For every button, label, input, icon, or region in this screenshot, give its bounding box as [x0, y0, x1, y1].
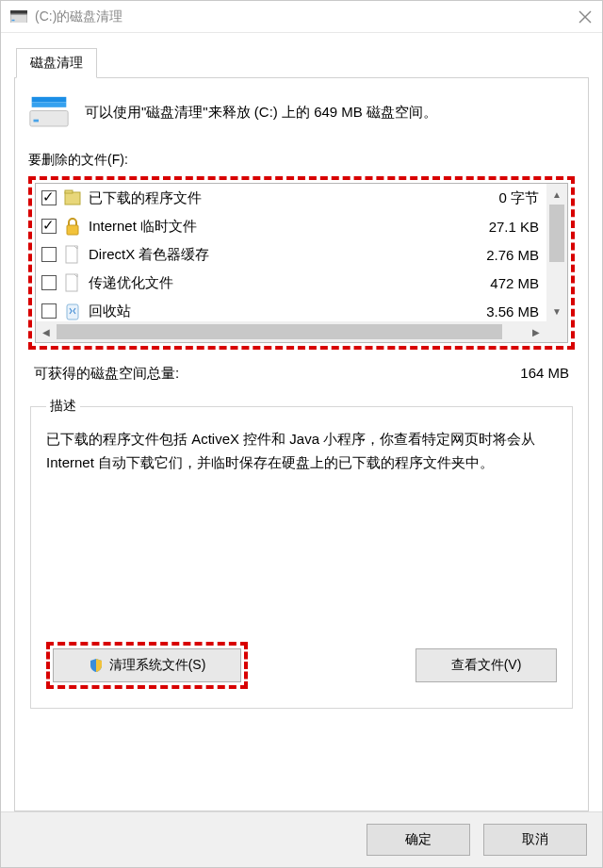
- svg-rect-6: [32, 103, 67, 107]
- titlebar: (C:)的磁盘清理: [1, 1, 602, 33]
- scroll-right-icon[interactable]: ▶: [526, 321, 546, 342]
- item-size: 472 MB: [490, 275, 539, 291]
- shield-icon: [89, 658, 104, 673]
- disk-cleanup-window: (C:)的磁盘清理 磁盘清理 可以使用"磁盘清理"来释放 (C:) 上的 6: [0, 0, 603, 868]
- file-icon: [64, 272, 81, 293]
- file-icon: [64, 244, 81, 265]
- intro-row: 可以使用"磁盘清理"来释放 (C:) 上的 649 MB 磁盘空间。: [28, 95, 575, 129]
- svg-rect-0: [10, 10, 27, 14]
- drive-small-icon: [10, 10, 27, 24]
- lock-icon: [64, 216, 81, 237]
- total-space-value: 164 MB: [520, 365, 569, 383]
- dialog-footer: 确定 取消: [1, 811, 602, 867]
- scroll-up-icon[interactable]: ▲: [546, 184, 567, 205]
- scroll-down-icon[interactable]: ▼: [546, 301, 567, 321]
- list-item[interactable]: 传递优化文件 472 MB: [36, 269, 546, 297]
- item-size: 2.76 MB: [486, 247, 539, 263]
- tab-strip: 磁盘清理: [14, 48, 589, 78]
- checkbox[interactable]: [41, 247, 57, 262]
- vertical-scrollbar[interactable]: ▲ ▼: [546, 184, 567, 321]
- scroll-corner: [546, 321, 567, 342]
- svg-rect-1: [10, 14, 27, 23]
- recycle-bin-icon: [64, 301, 81, 321]
- svg-rect-8: [33, 120, 38, 123]
- ok-button[interactable]: 确定: [367, 824, 470, 856]
- horizontal-scrollbar[interactable]: ◀ ▶: [36, 321, 546, 342]
- file-list-viewport: 已下载的程序文件 0 字节 Internet 临时文件 27.1 KB: [36, 184, 546, 321]
- checkbox[interactable]: [41, 190, 57, 205]
- scroll-left-icon[interactable]: ◀: [36, 321, 57, 342]
- list-item[interactable]: DirectX 着色器缓存 2.76 MB: [36, 240, 546, 269]
- files-to-delete-label: 要删除的文件(F):: [28, 152, 575, 169]
- description-text: 已下载的程序文件包括 ActiveX 控件和 Java 小程序，你查看特定网页时…: [46, 428, 557, 475]
- window-title: (C:)的磁盘清理: [35, 8, 578, 25]
- item-name: 传递优化文件: [89, 274, 482, 292]
- view-files-label: 查看文件(V): [451, 657, 522, 674]
- svg-rect-10: [65, 190, 73, 193]
- file-list-highlight: 已下载的程序文件 0 字节 Internet 临时文件 27.1 KB: [28, 176, 575, 350]
- checkbox[interactable]: [41, 303, 57, 319]
- clean-system-files-label: 清理系统文件(S): [109, 657, 206, 674]
- svg-rect-12: [66, 246, 77, 263]
- item-name: Internet 临时文件: [89, 218, 481, 236]
- cancel-button[interactable]: 取消: [483, 824, 587, 856]
- scroll-thumb[interactable]: [57, 324, 502, 339]
- svg-rect-9: [65, 192, 80, 205]
- clean-system-highlight: 清理系统文件(S): [46, 642, 248, 689]
- item-name: DirectX 着色器缓存: [89, 246, 479, 264]
- tab-baseline: [14, 77, 589, 78]
- item-size: 27.1 KB: [489, 219, 539, 235]
- svg-rect-5: [32, 97, 67, 102]
- scroll-thumb[interactable]: [549, 205, 564, 262]
- total-space-label: 可获得的磁盘空间总量:: [34, 365, 179, 383]
- description-legend: 描述: [46, 398, 80, 415]
- svg-rect-7: [30, 111, 68, 126]
- description-buttons: 清理系统文件(S) 查看文件(V): [46, 642, 557, 689]
- list-item[interactable]: 已下载的程序文件 0 字节: [36, 184, 546, 212]
- scroll-track[interactable]: [57, 321, 526, 342]
- svg-rect-13: [66, 274, 77, 291]
- item-size: 3.56 MB: [486, 303, 539, 319]
- total-space-row: 可获得的磁盘空间总量: 164 MB: [34, 365, 569, 383]
- file-list[interactable]: 已下载的程序文件 0 字节 Internet 临时文件 27.1 KB: [35, 183, 568, 343]
- view-files-button[interactable]: 查看文件(V): [416, 648, 557, 682]
- item-size: 0 字节: [498, 189, 539, 207]
- svg-rect-11: [67, 225, 78, 235]
- dialog-content: 磁盘清理 可以使用"磁盘清理"来释放 (C:) 上的 649 MB 磁盘空间。 …: [1, 33, 602, 811]
- clean-system-files-button[interactable]: 清理系统文件(S): [53, 648, 241, 682]
- tab-page: 可以使用"磁盘清理"来释放 (C:) 上的 649 MB 磁盘空间。 要删除的文…: [14, 78, 589, 811]
- checkbox[interactable]: [41, 219, 57, 234]
- checkbox[interactable]: [41, 275, 57, 290]
- intro-text: 可以使用"磁盘清理"来释放 (C:) 上的 649 MB 磁盘空间。: [85, 102, 437, 123]
- list-item[interactable]: Internet 临时文件 27.1 KB: [36, 212, 546, 240]
- svg-rect-14: [67, 304, 78, 319]
- description-group: 描述 已下载的程序文件包括 ActiveX 控件和 Java 小程序，你查看特定…: [30, 398, 573, 709]
- tab-disk-cleanup[interactable]: 磁盘清理: [16, 48, 97, 78]
- drive-icon: [28, 95, 70, 129]
- scroll-track[interactable]: [546, 205, 567, 301]
- item-name: 已下载的程序文件: [89, 189, 491, 207]
- folder-icon: [64, 188, 81, 208]
- item-name: 回收站: [89, 303, 479, 320]
- list-item[interactable]: 回收站 3.56 MB: [36, 297, 546, 321]
- svg-rect-2: [12, 19, 15, 21]
- close-icon[interactable]: [578, 9, 593, 25]
